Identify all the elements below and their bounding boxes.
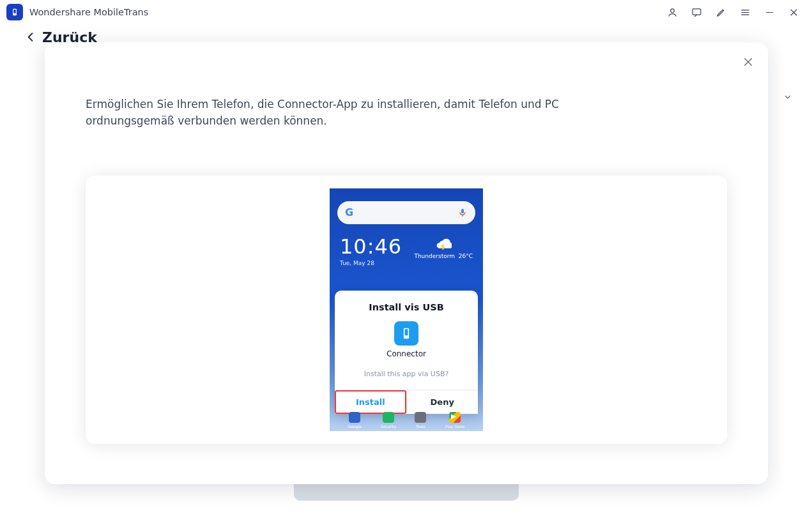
phone-search-bar: G (337, 201, 475, 224)
popup-question: Install this app via USB? (342, 370, 470, 378)
illustration-panel: G 10:46 Tue, May 28 Thunderstorm 26°C In… (86, 176, 727, 444)
connector-app-icon (394, 321, 418, 346)
phone-weather: Thunderstorm 26°C (414, 234, 473, 266)
modal-message: Ermöglichen Sie Ihrem Telefon, die Conne… (45, 42, 632, 130)
close-modal-button[interactable] (740, 54, 756, 70)
menu-icon[interactable] (733, 1, 757, 23)
app-title: Wondershare MobileTrans (29, 7, 148, 17)
titlebar: Wondershare MobileTrans (0, 0, 812, 24)
phone-time: 10:46 (340, 234, 402, 259)
popup-app-name: Connector (342, 349, 470, 358)
account-icon[interactable] (660, 1, 684, 23)
svg-rect-6 (405, 329, 408, 335)
close-icon (742, 56, 754, 68)
svg-rect-3 (693, 8, 701, 14)
phone-install-popup: Install vis USB Connector Install this a… (335, 291, 478, 414)
chevron-left-icon (24, 31, 37, 43)
phone-dock: Google Security Tools Play Store (330, 409, 483, 431)
chevron-down-icon (783, 92, 793, 105)
close-window-button[interactable] (781, 1, 806, 23)
phone-clock: 10:46 Tue, May 28 Thunderstorm 26°C (330, 224, 483, 269)
mic-icon (457, 208, 468, 218)
edit-icon[interactable] (709, 1, 733, 23)
svg-point-2 (670, 8, 674, 12)
svg-rect-1 (13, 10, 16, 13)
install-connector-modal: Ermöglichen Sie Ihrem Telefon, die Conne… (45, 42, 768, 484)
feedback-icon[interactable] (684, 1, 709, 23)
svg-rect-4 (461, 209, 464, 213)
popup-title: Install vis USB (342, 302, 470, 312)
thunderstorm-icon (435, 234, 452, 251)
minimize-button[interactable] (757, 1, 781, 23)
phone-date: Tue, May 28 (340, 260, 402, 266)
app-logo (6, 4, 23, 20)
google-logo-icon: G (345, 206, 353, 218)
phone-mock: G 10:46 Tue, May 28 Thunderstorm 26°C In… (330, 188, 483, 431)
